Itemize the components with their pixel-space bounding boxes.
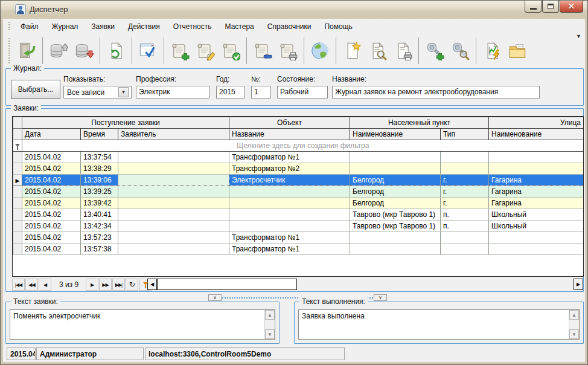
table-cell[interactable]: Трансформатор №1 — [229, 152, 350, 163]
menu-grip[interactable] — [8, 22, 10, 31]
document-print-button[interactable] — [390, 37, 415, 65]
menu-item-8[interactable]: Помощь — [318, 20, 359, 33]
prev-page-button[interactable]: ◀◀ — [25, 279, 38, 291]
table-cell[interactable] — [441, 232, 489, 244]
table-cell[interactable]: 13:42:34 — [81, 221, 118, 232]
hscroll-left-icon[interactable]: ◀ — [147, 279, 157, 290]
database-import-button[interactable] — [71, 37, 97, 65]
table-cell[interactable]: Гагарина — [489, 186, 584, 198]
table-row[interactable]: 2015.04.0213:37:54Трансформатор №1 — [13, 152, 584, 163]
menu-item-6[interactable]: Мастера — [219, 20, 261, 33]
table-cell[interactable]: Таврово (мкр Таврово 1) — [350, 221, 441, 232]
table-row[interactable]: 2015.04.0213:57:23Трансформатор №1 — [13, 232, 584, 244]
table-cell[interactable] — [118, 186, 229, 198]
scroll-up-icon[interactable]: ▲ — [265, 310, 275, 320]
hscroll-right-icon[interactable]: ▶ — [574, 279, 583, 290]
table-cell[interactable]: 13:39:42 — [81, 198, 118, 209]
band-header[interactable]: Населенный пункт — [350, 117, 489, 129]
table-cell[interactable]: Трансформатор №1 — [229, 232, 350, 244]
table-cell[interactable] — [118, 244, 229, 255]
table-cell[interactable] — [229, 198, 350, 209]
database-export-button[interactable] — [46, 37, 71, 65]
request-text-scrollbar[interactable]: ▲ ▼ — [264, 310, 275, 339]
column-header[interactable]: Дата — [22, 129, 81, 140]
band-header[interactable]: Поступление заявки — [22, 117, 229, 129]
table-cell[interactable] — [118, 232, 229, 244]
table-cell[interactable]: Гагарина — [489, 175, 584, 186]
table-cell[interactable]: 2015.04.02 — [22, 244, 81, 255]
table-cell[interactable] — [350, 244, 441, 255]
table-cell[interactable] — [489, 163, 584, 175]
table-cell[interactable] — [441, 152, 489, 163]
table-cell[interactable]: 2015.04.02 — [22, 209, 81, 221]
journal-window-check-button[interactable] — [135, 37, 161, 65]
table-row[interactable]: 2015.04.0213:42:34Таврово (мкр Таврово 1… — [13, 221, 584, 232]
hscroll-thumb[interactable] — [157, 279, 297, 290]
table-cell[interactable]: Гагарина — [489, 198, 584, 209]
table-cell[interactable]: Школьный — [489, 209, 584, 221]
name-field[interactable]: Журнал заявок на ремонт электрооборудова… — [332, 86, 540, 99]
prev-record-button[interactable]: ◀ — [39, 279, 51, 291]
chevron-down-icon[interactable]: ▼ — [118, 87, 129, 97]
table-cell[interactable]: 13:57:23 — [81, 232, 118, 244]
table-cell[interactable] — [118, 175, 229, 186]
execution-text-scrollbar[interactable]: ▲ ▼ — [569, 310, 579, 339]
table-cell[interactable] — [489, 152, 584, 163]
request-text-area[interactable]: Поменять электросчетчик ▲ ▼ — [10, 309, 275, 340]
menu-item-5[interactable]: Отчетность — [167, 20, 219, 33]
table-cell[interactable]: Электросчетчик — [229, 175, 350, 186]
table-cell[interactable]: Таврово (мкр Таврово 1) — [350, 209, 441, 221]
toolbar-overflow-icon[interactable]: ▼ — [576, 33, 581, 39]
table-cell[interactable]: г. — [441, 186, 489, 198]
folder-archive-button[interactable] — [505, 37, 530, 65]
column-header[interactable]: Наименование — [350, 129, 441, 140]
scroll-down-icon[interactable]: ▼ — [265, 329, 275, 339]
table-cell[interactable]: 13:39:06 — [81, 175, 118, 186]
table-row[interactable]: 2015.04.0213:38:29Трансформатор №2 — [13, 163, 584, 175]
document-new-button[interactable] — [339, 37, 365, 65]
table-cell[interactable]: Белгород — [350, 186, 441, 198]
next-page-button[interactable]: ▶▶ — [99, 279, 112, 291]
table-cell[interactable]: 2015.04.02 — [22, 152, 81, 163]
column-header[interactable]: Заявитель — [118, 129, 229, 140]
year-field[interactable]: 2015 — [216, 86, 244, 99]
table-cell[interactable] — [229, 209, 350, 221]
menu-item-4[interactable]: Действия — [121, 20, 167, 33]
table-cell[interactable]: Белгород — [350, 198, 441, 209]
request-remove-button[interactable] — [250, 37, 275, 65]
table-cell[interactable]: 2015.04.02 — [22, 163, 81, 175]
table-cell[interactable]: 13:39:25 — [81, 186, 118, 198]
globe-map-button[interactable] — [307, 37, 333, 65]
report-chart-button[interactable] — [479, 37, 505, 65]
scroll-down-icon[interactable]: ▼ — [569, 329, 579, 339]
close-button[interactable]: ✕ — [560, 1, 583, 13]
menu-item-3[interactable]: Заявки — [85, 20, 121, 33]
table-cell[interactable] — [350, 152, 441, 163]
table-cell[interactable]: Трансформатор №2 — [229, 163, 350, 175]
column-header[interactable]: Время — [81, 129, 118, 140]
table-cell[interactable]: 2015.04.02 — [22, 198, 81, 209]
collapse-right-icon[interactable]: ∨ — [374, 294, 387, 301]
table-cell[interactable]: 13:38:29 — [81, 163, 118, 175]
band-header[interactable]: Улица — [489, 117, 584, 129]
table-cell[interactable]: Школьный — [489, 221, 584, 232]
table-cell[interactable]: Трансформатор №1 — [229, 244, 350, 255]
table-cell[interactable]: п. — [441, 221, 489, 232]
table-cell[interactable] — [441, 163, 489, 175]
table-cell[interactable]: г. — [441, 175, 489, 186]
table-cell[interactable] — [489, 244, 584, 255]
table-cell[interactable]: Белгород — [350, 175, 441, 186]
column-header[interactable]: Тип — [441, 129, 489, 140]
request-add-button[interactable] — [167, 37, 193, 65]
table-cell[interactable]: 2015.04.02 — [22, 232, 81, 244]
refresh-button[interactable]: ↻ — [126, 279, 138, 291]
table-cell[interactable] — [118, 198, 229, 209]
select-journal-button[interactable]: Выбрать... — [11, 80, 60, 99]
document-preview-button[interactable] — [365, 37, 390, 65]
table-cell[interactable]: г. — [441, 198, 489, 209]
equipment-add-button[interactable] — [422, 37, 447, 65]
table-row[interactable]: 2015.04.0213:57:38Трансформатор №1 — [13, 244, 584, 255]
table-row[interactable]: ▶2015.04.0213:39:06ЭлектросчетчикБелгоро… — [13, 175, 584, 186]
table-cell[interactable] — [118, 163, 229, 175]
table-cell[interactable] — [229, 186, 350, 198]
